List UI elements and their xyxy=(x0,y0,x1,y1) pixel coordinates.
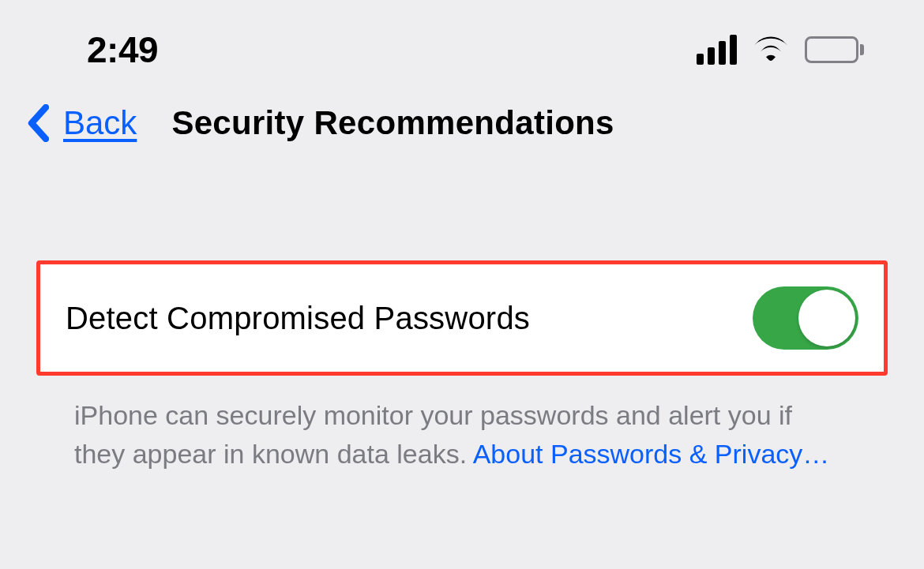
about-passwords-privacy-link[interactable]: About Passwords & Privacy… xyxy=(473,439,830,469)
navigation-bar: Back Security Recommendations xyxy=(0,87,924,158)
detect-compromised-passwords-row: Detect Compromised Passwords xyxy=(36,260,888,376)
wifi-icon xyxy=(753,35,789,65)
back-button[interactable]: Back xyxy=(63,104,137,142)
footer-text: iPhone can securely monitor your passwor… xyxy=(36,376,888,474)
status-bar: 2:49 xyxy=(0,0,924,87)
page-title: Security Recommendations xyxy=(171,104,614,142)
detect-compromised-toggle[interactable] xyxy=(753,286,858,350)
content: Detect Compromised Passwords iPhone can … xyxy=(0,158,924,474)
detect-compromised-label: Detect Compromised Passwords xyxy=(66,301,530,336)
cellular-signal-icon xyxy=(697,35,737,65)
battery-icon xyxy=(805,36,864,63)
status-time: 2:49 xyxy=(87,28,158,71)
status-right xyxy=(697,35,864,65)
chevron-left-icon[interactable] xyxy=(27,104,49,142)
